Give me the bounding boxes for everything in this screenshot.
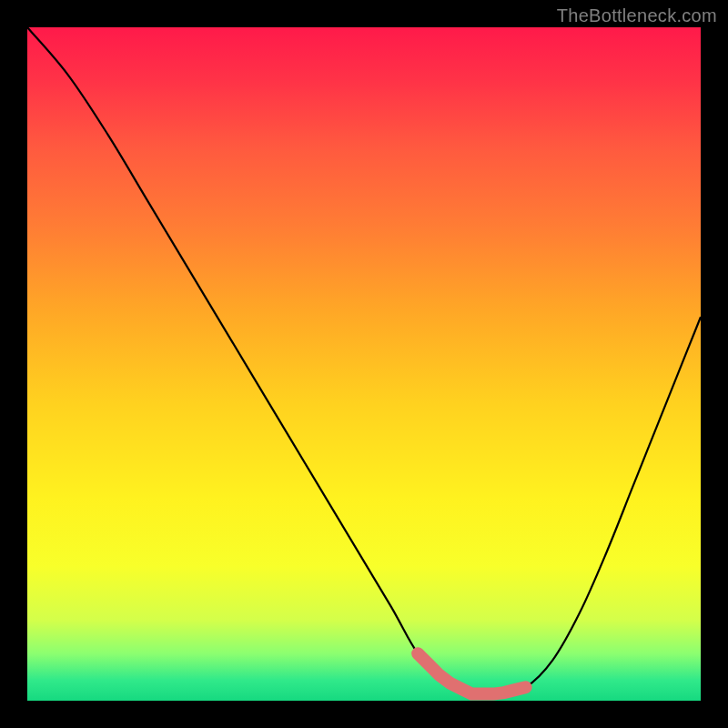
watermark-text: TheBottleneck.com (557, 5, 717, 26)
plot-area (27, 27, 701, 701)
outer-frame: TheBottleneck.com (0, 0, 728, 728)
gradient-background (27, 27, 701, 701)
